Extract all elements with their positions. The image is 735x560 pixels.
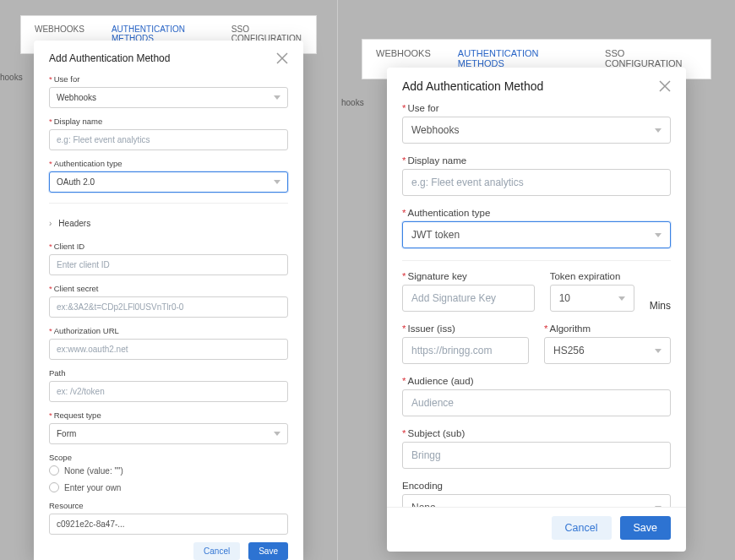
- issuer-input[interactable]: [402, 337, 529, 364]
- path-label: Path: [49, 368, 288, 378]
- chevron-down-icon: [655, 128, 662, 133]
- save-button[interactable]: Save: [248, 542, 288, 560]
- signature-key-label: *Signature key: [402, 271, 535, 281]
- path-input[interactable]: [49, 381, 288, 402]
- client-secret-label: *Client secret: [49, 284, 288, 293]
- audience-label: *Audience (aud): [402, 376, 671, 386]
- subject-input[interactable]: [402, 442, 671, 469]
- use-for-label: *Use for: [49, 74, 288, 84]
- auth-url-input[interactable]: [49, 339, 288, 360]
- auth-url-label: *Authorization URL: [49, 326, 288, 335]
- cancel-button[interactable]: Cancel: [552, 516, 612, 540]
- breadcrumb-fragment: hooks: [341, 98, 364, 107]
- display-name-label: *Display name: [402, 155, 671, 166]
- divider: [402, 260, 671, 261]
- close-icon[interactable]: [659, 80, 671, 92]
- client-secret-input[interactable]: [49, 296, 288, 318]
- scope-none-radio[interactable]: None (value: ""): [49, 465, 288, 476]
- chevron-down-icon: [655, 233, 662, 237]
- resource-label: Resource: [49, 501, 288, 510]
- issuer-label: *Issuer (iss): [402, 323, 529, 334]
- auth-type-select[interactable]: OAuth 2.0: [49, 171, 288, 193]
- headers-label: Headers: [58, 219, 90, 228]
- breadcrumb-fragment: hooks: [0, 73, 23, 82]
- modal-title: Add Authentication Method: [49, 52, 170, 64]
- mins-label: Mins: [650, 300, 671, 312]
- display-name-label: *Display name: [49, 117, 288, 126]
- encoding-label: Encoding: [402, 481, 671, 491]
- client-id-input[interactable]: [49, 254, 288, 275]
- subject-label: *Subject (sub): [402, 428, 671, 438]
- add-auth-modal-oauth: Add Authentication Method *Use for Webho…: [34, 41, 303, 560]
- scope-label: Scope: [49, 453, 288, 462]
- auth-type-label: *Authentication type: [49, 159, 288, 168]
- close-icon[interactable]: [276, 52, 288, 64]
- chevron-down-icon: [274, 95, 280, 100]
- save-button[interactable]: Save: [620, 516, 672, 540]
- chevron-down-icon: [655, 506, 662, 508]
- scope-own-label: Enter your own: [64, 483, 121, 492]
- algorithm-select[interactable]: HS256: [544, 337, 671, 364]
- scope-none-label: None (value: ""): [64, 466, 123, 476]
- algorithm-label: *Algorithm: [544, 323, 671, 334]
- radio-icon: [49, 482, 59, 492]
- add-auth-modal-jwt: Add Authentication Method *Use for Webho…: [387, 68, 686, 552]
- use-for-select[interactable]: Webhooks: [402, 117, 671, 144]
- divider: [49, 203, 288, 204]
- client-id-label: *Client ID: [49, 242, 288, 251]
- radio-icon: [49, 465, 59, 476]
- token-expiration-select[interactable]: 10: [550, 285, 634, 312]
- use-for-select[interactable]: Webhooks: [49, 87, 288, 108]
- display-name-input[interactable]: [402, 169, 671, 196]
- chevron-right-icon: ›: [49, 219, 52, 228]
- display-name-input[interactable]: [49, 129, 288, 150]
- chevron-down-icon: [655, 349, 662, 353]
- cancel-button[interactable]: Cancel: [193, 542, 240, 560]
- request-type-select[interactable]: Form: [49, 423, 288, 444]
- token-expiration-label: Token expiration: [550, 271, 634, 281]
- audience-input[interactable]: [402, 389, 671, 416]
- request-type-label: *Request type: [49, 410, 288, 420]
- signature-key-input[interactable]: [402, 285, 535, 312]
- auth-type-label: *Authentication type: [402, 208, 671, 218]
- headers-toggle[interactable]: › Headers: [49, 214, 288, 233]
- use-for-label: *Use for: [402, 103, 671, 113]
- auth-type-select[interactable]: JWT token: [402, 221, 671, 248]
- chevron-down-icon: [274, 432, 280, 436]
- encoding-select[interactable]: None: [402, 494, 671, 507]
- resource-input[interactable]: [49, 514, 288, 535]
- modal-title: Add Authentication Method: [402, 79, 543, 93]
- scope-own-radio[interactable]: Enter your own: [49, 482, 288, 492]
- chevron-down-icon: [618, 296, 625, 301]
- chevron-down-icon: [274, 180, 280, 184]
